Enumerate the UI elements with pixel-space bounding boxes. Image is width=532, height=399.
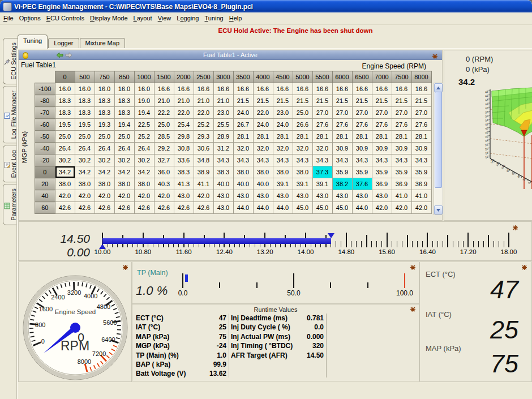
scroll-up-button[interactable] — [434, 83, 443, 92]
fuel-cell[interactable]: 22.2 — [154, 107, 174, 119]
fuel-cell[interactable]: 21.5 — [352, 95, 372, 107]
fuel-cell[interactable]: 42.6 — [55, 202, 75, 214]
mgp-row-header[interactable]: -60 — [35, 119, 55, 131]
mgp-row-header[interactable]: -100 — [35, 83, 55, 95]
fuel-cell[interactable]: 28.1 — [352, 131, 372, 143]
fuel-cell[interactable]: 44.0 — [253, 202, 273, 214]
rpm-col-header[interactable]: 5500 — [312, 71, 332, 83]
fuel-cell[interactable]: 19.4 — [114, 119, 134, 131]
fuel-cell[interactable]: 28.1 — [332, 131, 352, 143]
fuel-cell[interactable]: 21.0 — [174, 95, 194, 107]
fuel-cell[interactable]: 27.0 — [372, 107, 392, 119]
rpm-col-header[interactable]: 3000 — [213, 71, 233, 83]
fuel-cell[interactable]: 32.0 — [253, 143, 273, 155]
fuel-cell[interactable]: 34.2 — [114, 166, 134, 178]
fuel-surface-chart[interactable]: 4846444240383634323028262422201816140120… — [444, 50, 532, 221]
fuel-cell[interactable]: 42.0 — [134, 190, 154, 202]
fuel-cell[interactable]: 18.3 — [95, 107, 114, 119]
fuel-cell[interactable]: 21.5 — [411, 95, 431, 107]
fuel-cell[interactable]: 21.0 — [194, 95, 213, 107]
fuel-cell[interactable]: 41.3 — [174, 178, 194, 190]
fuel-cell[interactable]: 35.9 — [372, 166, 392, 178]
afr-slider-bar[interactable] — [102, 238, 331, 244]
fuel-cell[interactable]: 16.0 — [55, 83, 75, 95]
fuel-cell[interactable]: 44.0 — [273, 202, 293, 214]
tab-logger[interactable]: Logger — [48, 38, 79, 49]
prev-table-icon[interactable] — [56, 52, 63, 61]
fuel-cell[interactable]: 27.6 — [411, 119, 431, 131]
fuel-cell[interactable]: 42.6 — [75, 202, 95, 214]
fuel-cell[interactable]: 42.6 — [95, 202, 114, 214]
fuel-cell[interactable]: 42.0 — [95, 190, 114, 202]
fuel-cell[interactable]: 38.2 — [332, 178, 352, 190]
fuel-cell[interactable]: 25.0 — [114, 131, 134, 143]
fuel-cell[interactable]: 36.0 — [154, 166, 174, 178]
fuel-cell[interactable]: 22.5 — [134, 119, 154, 131]
fuel-cell[interactable]: 43.0 — [174, 190, 194, 202]
menu-options[interactable]: Options — [16, 12, 44, 24]
rpm-col-header[interactable]: 6500 — [352, 71, 372, 83]
rpm-col-header[interactable]: 1500 — [154, 71, 174, 83]
fuel-cell[interactable]: 29.2 — [154, 143, 174, 155]
fuel-cell[interactable]: 44.0 — [352, 202, 372, 214]
fuel-cell[interactable]: 28.1 — [312, 131, 332, 143]
mgp-row-header[interactable]: 20 — [35, 178, 55, 190]
fuel-cell[interactable]: 38.0 — [134, 178, 154, 190]
fuel-cell[interactable]: 28.1 — [293, 131, 312, 143]
menu-tuning[interactable]: Tuning — [201, 12, 226, 24]
side-tab-event-log[interactable]: Event Log — [3, 145, 18, 183]
fuel-cell[interactable]: 19.4 — [134, 107, 154, 119]
fuel-cell[interactable]: 26.7 — [233, 119, 253, 131]
fuel-cell[interactable]: 34.8 — [194, 155, 213, 166]
fuel-cell[interactable]: 22.0 — [194, 107, 213, 119]
fuel-cell[interactable]: 30.9 — [392, 143, 411, 155]
pin-icon[interactable] — [513, 225, 518, 231]
mgp-row-header[interactable]: -40 — [35, 143, 55, 155]
slider-value-marker[interactable] — [328, 233, 334, 238]
rpm-col-header[interactable]: 1000 — [134, 71, 154, 83]
mgp-row-header[interactable]: 0 — [35, 166, 55, 178]
tab-mixture-map[interactable]: Mixture Map — [80, 38, 126, 49]
fuel-cell[interactable]: 23.0 — [213, 107, 233, 119]
fuel-cell[interactable]: 25.0 — [95, 131, 114, 143]
fuel-cell[interactable]: 30.9 — [352, 143, 372, 155]
fuel-cell[interactable]: 16.6 — [233, 83, 253, 95]
fuel-cell[interactable]: 21.5 — [253, 95, 273, 107]
fuel-cell[interactable]: 41.0 — [392, 190, 411, 202]
fuel-cell[interactable]: 30.9 — [332, 143, 352, 155]
tab-tuning[interactable]: Tuning — [18, 35, 48, 49]
fuel-cell[interactable]: 21.5 — [233, 95, 253, 107]
rpm-col-header[interactable]: 3500 — [233, 71, 253, 83]
fuel-cell[interactable]: 30.9 — [372, 143, 392, 155]
fuel-cell[interactable]: 22.0 — [253, 107, 273, 119]
fuel-cell[interactable]: 16.6 — [174, 83, 194, 95]
fuel-cell[interactable]: 40.0 — [233, 178, 253, 190]
fuel-cell[interactable]: 43.0 — [312, 190, 332, 202]
window-titlebar[interactable]: Vi-PEC Engine Management - C:\WiPEC\VTS\… — [0, 0, 532, 12]
fuel-cell[interactable]: 26.4 — [55, 143, 75, 155]
fuel-cell[interactable]: 42.0 — [154, 190, 174, 202]
fuel-cell[interactable]: 42.0 — [411, 202, 431, 214]
fuel-cell[interactable]: 18.3 — [75, 107, 95, 119]
fuel-cell[interactable]: 36.9 — [392, 178, 411, 190]
fuel-cell[interactable]: 30.2 — [95, 155, 114, 166]
fuel-cell[interactable]: 40.3 — [154, 178, 174, 190]
fuel-cell[interactable]: 28.1 — [273, 131, 293, 143]
fuel-cell[interactable]: 27.6 — [372, 119, 392, 131]
fuel-cell[interactable]: 30.2 — [55, 155, 75, 166]
fuel-cell[interactable]: 37.6 — [352, 178, 372, 190]
fuel-cell[interactable]: 32.0 — [273, 143, 293, 155]
fuel-cell[interactable]: 29.8 — [174, 131, 194, 143]
fuel-cell[interactable]: 38.3 — [213, 166, 233, 178]
rpm-col-header[interactable]: 0 — [55, 71, 75, 83]
rpm-col-header[interactable]: 2000 — [174, 71, 194, 83]
fuel-table[interactable]: 0500750850100015002000250030003500400045… — [35, 71, 432, 214]
fuel-cell[interactable]: 34.3 — [411, 155, 431, 166]
fuel-table-grid[interactable]: 0500750850100015002000250030003500400045… — [35, 71, 432, 214]
fuel-cell[interactable]: 34.3 — [312, 155, 332, 166]
rpm-col-header[interactable]: 7000 — [372, 71, 392, 83]
fuel-cell[interactable]: 16.6 — [312, 83, 332, 95]
next-table-icon[interactable] — [65, 52, 72, 61]
fuel-cell[interactable]: 16.6 — [411, 83, 431, 95]
bulb-icon[interactable] — [23, 52, 28, 59]
